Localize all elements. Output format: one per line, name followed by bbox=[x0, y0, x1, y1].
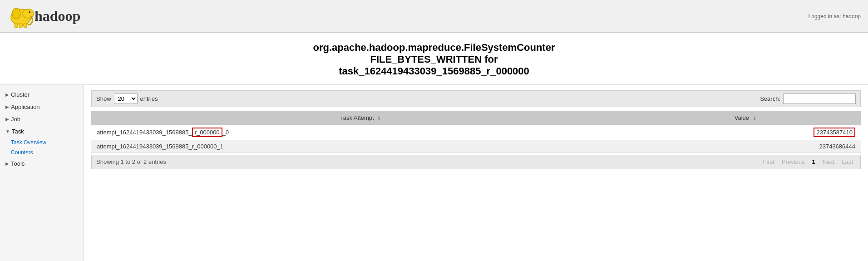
value-sort-icon: ⇕ bbox=[753, 116, 756, 121]
task-highlight-0: r_000000 bbox=[192, 128, 222, 137]
job-arrow-icon: ▶ bbox=[5, 117, 9, 122]
sidebar-item-tools[interactable]: ▶ Tools bbox=[0, 158, 84, 170]
page-number: 1 bbox=[809, 158, 818, 166]
sidebar-item-job-label: Job bbox=[11, 116, 20, 123]
col-task-attempt[interactable]: Task Attempt ⇕ bbox=[91, 111, 630, 125]
sidebar: ▶ Cluster ▶ Application ▶ Job ▼ Task Tas… bbox=[0, 85, 84, 261]
sidebar-item-task-label: Task bbox=[12, 128, 24, 135]
tools-arrow-icon: ▶ bbox=[5, 161, 9, 166]
top-bar: hadoop Logged in as: hadoop bbox=[0, 0, 868, 33]
col-value[interactable]: Value ⇕ bbox=[630, 111, 861, 125]
table-header: Task Attempt ⇕ Value ⇕ bbox=[91, 111, 861, 125]
svg-rect-4 bbox=[15, 23, 18, 28]
data-table: Task Attempt ⇕ Value ⇕ attempt_162441943… bbox=[91, 111, 861, 153]
logo-text: hadoop bbox=[35, 8, 80, 25]
pagination: First Previous 1 Next Last bbox=[760, 158, 856, 166]
main-content: Show 20 10 50 100 entries Search: Task A… bbox=[84, 85, 868, 261]
next-button[interactable]: Next bbox=[820, 158, 838, 166]
logged-in-text: Logged in as: hadoop bbox=[809, 13, 861, 20]
value-highlight-0: 23743587410 bbox=[814, 128, 855, 137]
svg-rect-5 bbox=[19, 23, 22, 28]
sidebar-item-application[interactable]: ▶ Application bbox=[0, 101, 84, 113]
table-row: attempt_1624419433039_1569885_r_000000_1… bbox=[91, 140, 861, 153]
sidebar-item-task[interactable]: ▼ Task bbox=[0, 125, 84, 138]
table-body: attempt_1624419433039_1569885_r_000000_0… bbox=[91, 125, 861, 153]
showing-text: Showing 1 to 2 of 2 entries bbox=[96, 158, 166, 165]
previous-button[interactable]: Previous bbox=[779, 158, 808, 166]
svg-point-2 bbox=[12, 8, 20, 19]
entries-label: entries bbox=[140, 95, 158, 102]
search-label: Search: bbox=[760, 95, 780, 102]
cluster-arrow-icon: ▶ bbox=[5, 92, 9, 97]
svg-rect-6 bbox=[24, 23, 27, 28]
first-button[interactable]: First bbox=[760, 158, 777, 166]
table-footer: Showing 1 to 2 of 2 entries First Previo… bbox=[91, 155, 861, 169]
show-entries-select[interactable]: 20 10 50 100 bbox=[114, 94, 138, 104]
sidebar-item-cluster-label: Cluster bbox=[11, 91, 30, 98]
show-entries: Show 20 10 50 100 entries bbox=[96, 94, 158, 104]
page-header: org.apache.hadoop.mapreduce.FileSystemCo… bbox=[0, 33, 868, 85]
value-cell-1: 23743686444 bbox=[630, 140, 861, 153]
value-cell-0: 23743587410 bbox=[630, 125, 861, 140]
sidebar-sub-item-task-overview[interactable]: Task Overview bbox=[0, 138, 84, 148]
table-row: attempt_1624419433039_1569885_r_000000_0… bbox=[91, 125, 861, 140]
elephant-icon bbox=[7, 4, 35, 29]
sidebar-item-cluster[interactable]: ▶ Cluster bbox=[0, 89, 84, 101]
sidebar-item-tools-label: Tools bbox=[11, 160, 25, 167]
task-arrow-icon: ▼ bbox=[5, 129, 10, 134]
sidebar-sub-item-counters[interactable]: Counters bbox=[0, 148, 84, 158]
svg-point-3 bbox=[29, 11, 30, 13]
search-box: Search: bbox=[760, 94, 856, 104]
hadoop-logo: hadoop bbox=[7, 4, 80, 29]
task-attempt-cell-1: attempt_1624419433039_1569885_r_000000_1 bbox=[91, 140, 630, 153]
application-arrow-icon: ▶ bbox=[5, 104, 9, 109]
task-attempt-cell-0: attempt_1624419433039_1569885_r_000000_0 bbox=[91, 125, 630, 140]
main-layout: ▶ Cluster ▶ Application ▶ Job ▼ Task Tas… bbox=[0, 85, 868, 261]
sidebar-item-job[interactable]: ▶ Job bbox=[0, 113, 84, 125]
table-controls-top: Show 20 10 50 100 entries Search: bbox=[91, 90, 861, 107]
show-label: Show bbox=[96, 95, 111, 102]
last-button[interactable]: Last bbox=[839, 158, 856, 166]
page-title: org.apache.hadoop.mapreduce.FileSystemCo… bbox=[0, 42, 868, 77]
search-input[interactable] bbox=[783, 94, 856, 104]
task-attempt-sort-icon: ⇕ bbox=[377, 116, 381, 121]
sidebar-item-application-label: Application bbox=[11, 103, 40, 110]
